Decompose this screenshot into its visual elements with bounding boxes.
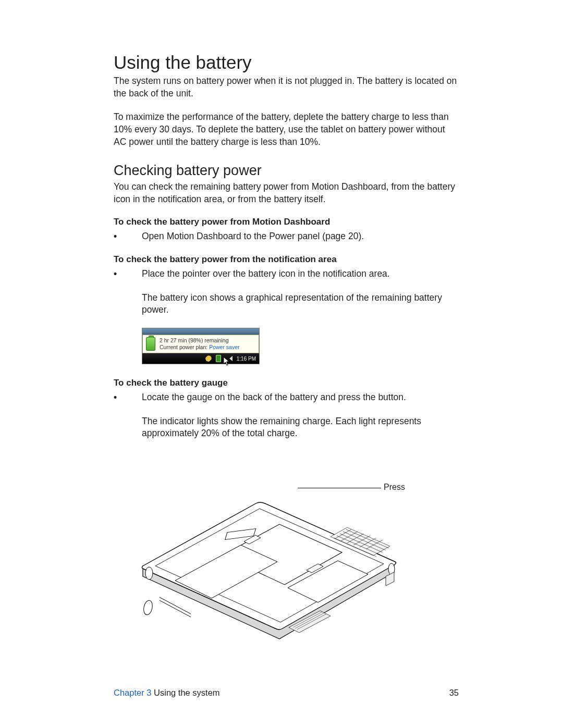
intro-paragraph-1: The system runs on battery power when it… [114, 75, 459, 100]
bullet-item: • Place the pointer over the battery ico… [114, 268, 459, 280]
intro-paragraph-2: To maximize the performance of the batte… [114, 111, 459, 148]
proc-heading-dashboard: To check the battery power from Motion D… [114, 217, 459, 227]
power-plan-link[interactable]: Power saver [209, 344, 239, 350]
footer-title: Using the system [154, 688, 220, 697]
search-icon[interactable] [205, 355, 212, 362]
document-page: Using the battery The system runs on bat… [0, 0, 563, 728]
proc-heading-gauge: To check the battery gauge [114, 378, 459, 388]
notification-window: 2 hr 27 min (98%) remaining Current powe… [142, 328, 260, 364]
page-footer: Chapter 3 Using the system 35 [114, 688, 459, 698]
footer-chapter: Chapter 3 [114, 688, 151, 697]
svg-point-16 [142, 600, 153, 616]
explainer-paragraph: The battery icon shows a graphical repre… [142, 292, 459, 316]
section-heading: Checking battery power [114, 163, 459, 179]
device-illustration: Press [123, 451, 415, 649]
proc-heading-notification: To check the battery power from the noti… [114, 254, 459, 265]
gauge-explainer: The indicator lights show the remaining … [142, 415, 459, 440]
bullet-marker: • [114, 268, 142, 280]
section-intro: You can check the remaining battery powe… [114, 181, 459, 205]
bullet-text: Open Motion Dashboard to the Power panel… [142, 230, 459, 243]
tooltip-text: 2 hr 27 min (98%) remaining Current powe… [160, 337, 240, 351]
battery-icon [146, 337, 155, 351]
bullet-item: • Locate the gauge on the back of the ba… [114, 391, 459, 404]
bullet-text: Locate the gauge on the back of the batt… [142, 391, 459, 404]
footer-page-number: 35 [449, 688, 459, 698]
bullet-marker: • [114, 391, 142, 404]
taskbar-clock: 1:16 PM [237, 356, 256, 362]
callout-leader-line [298, 488, 381, 488]
tray-battery-icon[interactable] [216, 355, 221, 362]
svg-point-15 [145, 567, 153, 579]
battery-tooltip: 2 hr 27 min (98%) remaining Current powe… [142, 335, 259, 353]
bullet-marker: • [114, 230, 142, 243]
bullet-item: • Open Motion Dashboard to the Power pan… [114, 230, 459, 243]
notification-screenshot: 2 hr 27 min (98%) remaining Current powe… [142, 328, 459, 364]
window-titlebar-bg [142, 328, 259, 335]
page-heading: Using the battery [114, 52, 459, 73]
bullet-text: Place the pointer over the battery icon … [142, 268, 459, 280]
battery-remaining-text: 2 hr 27 min (98%) remaining [160, 337, 240, 344]
tablet-back-svg [123, 451, 415, 649]
callout-label: Press [384, 483, 405, 492]
footer-left: Chapter 3 Using the system [114, 688, 220, 698]
taskbar: 1:16 PM [142, 353, 259, 364]
power-plan-label: Current power plan: [160, 344, 207, 350]
